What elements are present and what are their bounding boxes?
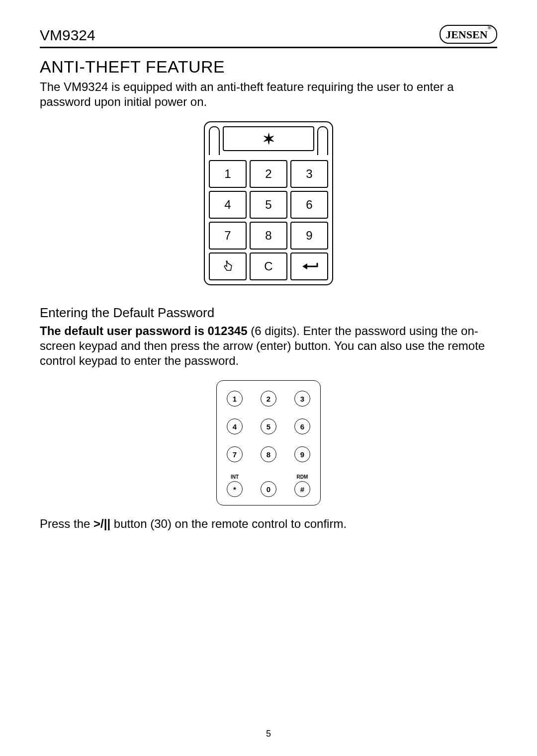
remote-key-cell: 8	[259, 446, 278, 462]
key-enter[interactable]	[290, 252, 328, 280]
screen-keypad: ✶ 1 2 3 4 5 6 7 8 9 C	[204, 121, 333, 285]
keypad-right-tab	[317, 126, 328, 155]
key-5[interactable]: 5	[250, 191, 287, 219]
remote-keypad-figure: 123456789INT*0RDM#	[40, 380, 497, 505]
enter-arrow-icon	[299, 261, 319, 271]
subsection-heading: Entering the Default Password	[40, 305, 497, 321]
key-9[interactable]: 9	[290, 222, 328, 250]
key-7[interactable]: 7	[209, 222, 247, 250]
keypad-left-tab	[209, 126, 220, 155]
remote-key-cell: 9	[292, 446, 312, 462]
screen-keypad-figure: ✶ 1 2 3 4 5 6 7 8 9 C	[40, 121, 497, 285]
key-4[interactable]: 4	[209, 191, 247, 219]
brand-logo: JENSEN®	[440, 25, 497, 44]
touch-icon	[221, 259, 235, 273]
key-touch[interactable]	[209, 252, 247, 280]
remote-key-cell: 5	[259, 419, 278, 434]
remote-key-cell: 3	[292, 391, 312, 407]
remote-key-cell: 0	[259, 474, 278, 497]
section-title: ANTI-THEFT FEATURE	[40, 57, 497, 77]
key-2[interactable]: 2	[250, 160, 287, 188]
remote-key-cell: 1	[225, 391, 245, 407]
remote-key-cell: 4	[225, 419, 245, 434]
remote-key-9[interactable]: 9	[294, 446, 310, 462]
remote-key-6[interactable]: 6	[294, 419, 310, 434]
remote-key-cell: 7	[225, 446, 245, 462]
remote-key-cell: 6	[292, 419, 312, 434]
key-6[interactable]: 6	[290, 191, 328, 219]
remote-key-1[interactable]: 1	[227, 391, 243, 407]
section-intro: The VM9324 is equipped with an anti-thef…	[40, 80, 497, 109]
remote-key-5[interactable]: 5	[261, 419, 276, 434]
remote-key-cell: RDM#	[292, 474, 312, 497]
default-password-bold: The default user password is 012345	[40, 324, 248, 337]
password-display: ✶	[223, 126, 314, 151]
remote-key-0[interactable]: 0	[261, 481, 276, 497]
remote-key-4[interactable]: 4	[227, 419, 243, 434]
play-pause-button-label: >/||	[93, 517, 110, 530]
remote-key-7[interactable]: 7	[227, 446, 243, 462]
header-divider	[40, 47, 497, 48]
key-1[interactable]: 1	[209, 160, 247, 188]
remote-key-label: INT	[231, 474, 239, 480]
remote-keypad: 123456789INT*0RDM#	[216, 380, 321, 505]
key-clear[interactable]: C	[250, 252, 287, 280]
page-number: 5	[0, 729, 537, 739]
remote-key-*[interactable]: *	[227, 481, 243, 497]
remote-key-2[interactable]: 2	[261, 391, 276, 407]
remote-key-cell: 2	[259, 391, 278, 407]
confirm-instruction: Press the >/|| button (30) on the remote…	[40, 516, 497, 531]
model-number: VM9324	[40, 27, 95, 44]
manual-page: VM9324 JENSEN® ANTI-THEFT FEATURE The VM…	[0, 0, 537, 756]
page-header: VM9324 JENSEN®	[40, 25, 497, 44]
remote-key-cell: INT*	[225, 474, 245, 497]
remote-key-label: RDM	[297, 474, 308, 480]
remote-key-#[interactable]: #	[294, 481, 310, 497]
key-8[interactable]: 8	[250, 222, 287, 250]
subsection-body: The default user password is 012345 (6 d…	[40, 324, 497, 368]
remote-key-3[interactable]: 3	[294, 391, 310, 407]
remote-key-8[interactable]: 8	[261, 446, 276, 462]
key-3[interactable]: 3	[290, 160, 328, 188]
